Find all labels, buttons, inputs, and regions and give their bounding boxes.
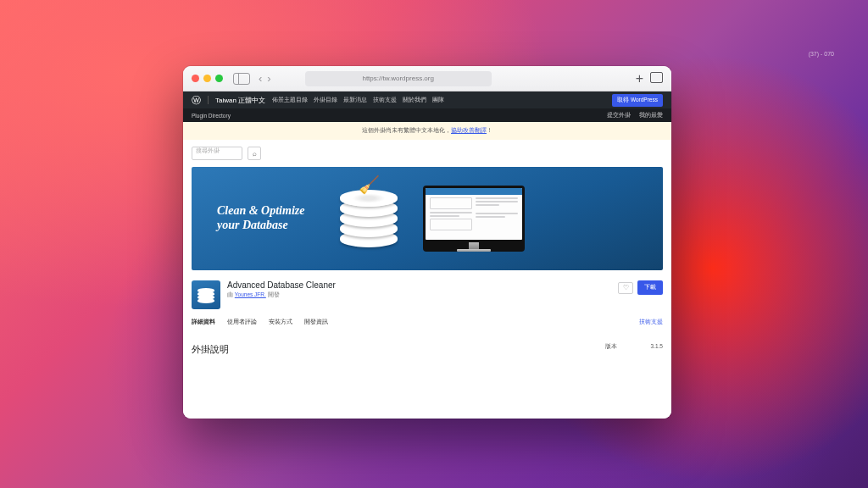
- minimize-icon[interactable]: [203, 75, 211, 82]
- new-tab-icon[interactable]: +: [636, 72, 643, 86]
- submit-plugin-link[interactable]: 提交外掛: [607, 112, 631, 119]
- menu-support[interactable]: 技術支援: [373, 97, 397, 104]
- get-wordpress-button[interactable]: 取得 WordPress: [612, 94, 663, 107]
- wp-subnav: Plugin Directory 提交外掛 我的最愛: [183, 108, 671, 122]
- author-link[interactable]: Younes JFR.: [235, 291, 266, 297]
- tab-reviews[interactable]: 使用者評論: [227, 318, 257, 330]
- titlebar: ‹ › https://tw.wordpress.org +: [183, 66, 671, 92]
- description-heading: 外掛說明: [192, 343, 229, 356]
- plugin-tabs: 詳細資料 使用者評論 安裝方式 開發資訊 技術支援: [192, 318, 663, 331]
- plugin-icon: [192, 280, 220, 309]
- menu-themes[interactable]: 佈景主題目錄: [272, 97, 308, 104]
- monitor-illustration: [423, 186, 525, 252]
- search-icon: ⌕: [253, 150, 257, 158]
- plugin-banner: Clean & Optimize your Database 🧹: [192, 167, 663, 270]
- wordpress-logo-icon[interactable]: ⓦ: [192, 94, 201, 107]
- browser-window: ‹ › https://tw.wordpress.org + ⓦ Taiwan …: [183, 66, 671, 419]
- page-content: ⓦ Taiwan 正體中文 佈景主題目錄 外掛目錄 最新消息 技術支援 關於我們…: [183, 92, 671, 419]
- tab-installation[interactable]: 安裝方式: [269, 318, 292, 330]
- version-label: 版本: [605, 343, 617, 351]
- nav-arrows: ‹ ›: [259, 72, 271, 85]
- subnav-title[interactable]: Plugin Directory: [192, 113, 231, 119]
- search-input[interactable]: 搜尋外掛: [192, 147, 242, 160]
- forward-icon[interactable]: ›: [267, 72, 270, 85]
- menu-about[interactable]: 關於我們: [403, 97, 426, 104]
- tab-development[interactable]: 開發資訊: [304, 318, 328, 330]
- favorites-link[interactable]: 我的最愛: [639, 112, 663, 119]
- version-row: 版本 3.1.5: [605, 343, 663, 351]
- back-icon[interactable]: ‹: [259, 72, 262, 85]
- url-bar[interactable]: https://tw.wordpress.org: [305, 71, 492, 86]
- tab-support[interactable]: 技術支援: [639, 318, 663, 330]
- menu-team[interactable]: 團隊: [432, 97, 444, 104]
- sidebar-toggle-icon[interactable]: [233, 73, 250, 85]
- desktop-wallpaper: (37) - 070 ‹ › https://tw.wordpress.org …: [0, 0, 868, 488]
- heart-icon: ♡: [623, 284, 629, 291]
- download-button[interactable]: 下載: [637, 280, 663, 295]
- wp-global-nav: ⓦ Taiwan 正體中文 佈景主題目錄 外掛目錄 最新消息 技術支援 關於我們…: [183, 92, 671, 108]
- content-row: 外掛說明 版本 3.1.5: [192, 343, 663, 356]
- close-icon[interactable]: [192, 75, 199, 82]
- site-title[interactable]: Taiwan 正體中文: [215, 96, 265, 105]
- url-text: https://tw.wordpress.org: [362, 75, 433, 82]
- traffic-lights: [192, 75, 223, 82]
- menu-plugins[interactable]: 外掛目錄: [314, 97, 337, 104]
- plugin-title: Advanced Database Cleaner: [227, 280, 336, 290]
- search-row: 搜尋外掛 ⌕: [183, 140, 671, 167]
- database-icon: 🧹: [340, 190, 398, 247]
- favorite-button[interactable]: ♡: [618, 282, 633, 294]
- zoom-indicator: (37) - 070: [809, 51, 834, 57]
- primary-menu: 佈景主題目錄 外掛目錄 最新消息 技術支援 關於我們 團隊: [272, 97, 444, 104]
- tabs-icon[interactable]: [652, 74, 663, 83]
- tab-details[interactable]: 詳細資料: [192, 318, 215, 330]
- menu-news[interactable]: 最新消息: [343, 97, 367, 104]
- translate-link[interactable]: 協助改善翻譯: [451, 127, 487, 133]
- broom-icon: 🧹: [359, 175, 380, 195]
- translation-notice: 這個外掛尚未有繁體中文本地化，協助改善翻譯！: [183, 122, 671, 140]
- version-value: 3.1.5: [651, 343, 663, 351]
- search-button[interactable]: ⌕: [248, 147, 261, 160]
- plugin-author-line: 由 Younes JFR. 開發: [227, 291, 336, 299]
- fullscreen-icon[interactable]: [215, 75, 223, 82]
- banner-headline: Clean & Optimize your Database: [217, 204, 327, 233]
- plugin-header: Advanced Database Cleaner 由 Younes JFR. …: [192, 280, 663, 309]
